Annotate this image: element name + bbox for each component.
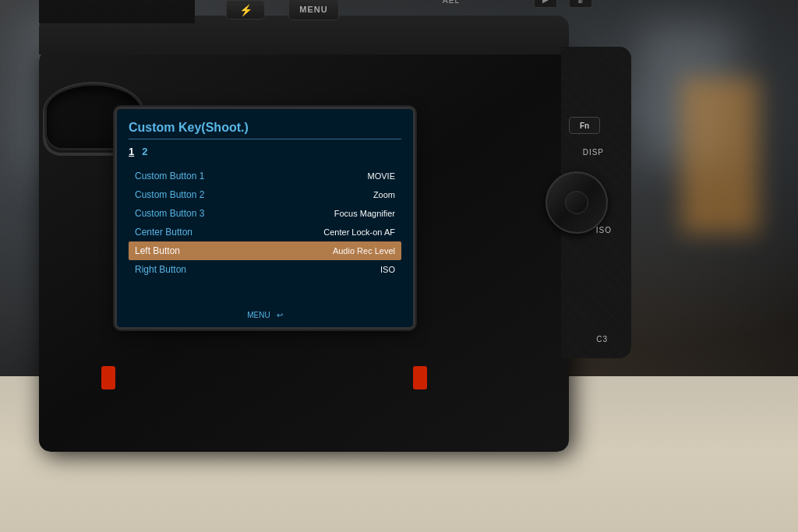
bg-blur-orange xyxy=(681,78,759,234)
menu-item-label-3: Custom Button 3 xyxy=(135,208,204,219)
menu-item-center-button[interactable]: Center Button Center Lock-on AF xyxy=(129,223,401,241)
disp-label: DISP xyxy=(583,148,604,157)
delete-button[interactable]: 🗑 xyxy=(569,0,592,8)
play-area: ▶ 🗑 xyxy=(534,0,592,8)
control-wheel-center[interactable] xyxy=(565,191,588,214)
menu-item-label-6: Right Button xyxy=(135,264,186,275)
screen-title: Custom Key(Shoot.) xyxy=(129,121,401,139)
menu-button[interactable]: MENU xyxy=(288,0,339,20)
menu-item-label-4: Center Button xyxy=(135,227,192,238)
tab-row: 1 2 xyxy=(129,146,401,157)
menu-item-left-button[interactable]: Left Button Audio Rec Level xyxy=(129,241,401,260)
menu-item-right-button[interactable]: Right Button ISO xyxy=(129,260,401,279)
flash-button[interactable]: ⚡ xyxy=(226,0,265,19)
flash-icon: ⚡ xyxy=(239,4,252,16)
camera-back-panel: ⚡ MENU AF/MF AEL Custom Key(Shoot.) xyxy=(39,47,569,452)
lcd-screen: Custom Key(Shoot.) 1 2 Custom Button 1 M… xyxy=(117,109,413,327)
fn-button-label: Fn xyxy=(580,122,589,130)
menu-item-custom-button-2[interactable]: Custom Button 2 Zoom xyxy=(129,185,401,204)
control-wheel[interactable] xyxy=(546,171,608,234)
fn-button[interactable]: Fn xyxy=(569,117,600,134)
viewfinder-hump xyxy=(39,0,195,23)
menu-item-label-5: Left Button xyxy=(135,245,180,256)
menu-item-custom-button-1[interactable]: Custom Button 1 MOVIE xyxy=(129,167,401,185)
menu-hint-icon: MENU xyxy=(247,311,270,319)
menu-item-custom-button-3[interactable]: Custom Button 3 Focus Magnifier xyxy=(129,204,401,223)
camera-body: ⚡ MENU AF/MF AEL Custom Key(Shoot.) xyxy=(39,47,600,483)
strap-loop-left xyxy=(101,366,115,389)
back-icon: ↩ xyxy=(277,311,283,319)
ael-label: AEL xyxy=(443,0,460,5)
c3-label: C3 xyxy=(596,335,608,344)
camera-top-bar: ⚡ MENU AF/MF AEL xyxy=(39,16,569,55)
menu-item-value-5: Audio Rec Level xyxy=(333,246,395,255)
screen-bottom-icons: MENU ↩ xyxy=(117,311,413,319)
menu-item-value-2: Zoom xyxy=(373,190,395,199)
menu-button-label: MENU xyxy=(299,5,327,14)
menu-item-value-6: ISO xyxy=(380,265,395,274)
tab-2[interactable]: 2 xyxy=(142,146,147,157)
menu-item-value-1: MOVIE xyxy=(368,171,395,181)
strap-loop-right xyxy=(413,366,427,389)
menu-item-value-3: Focus Magnifier xyxy=(334,209,395,218)
play-button[interactable]: ▶ xyxy=(534,0,557,8)
screen-content: Custom Key(Shoot.) 1 2 Custom Button 1 M… xyxy=(117,109,413,327)
iso-label: ISO xyxy=(596,226,612,234)
menu-item-value-4: Center Lock-on AF xyxy=(323,227,395,237)
menu-item-label-2: Custom Button 2 xyxy=(135,189,204,200)
tab-1[interactable]: 1 xyxy=(129,146,134,157)
menu-item-label-1: Custom Button 1 xyxy=(135,171,204,181)
